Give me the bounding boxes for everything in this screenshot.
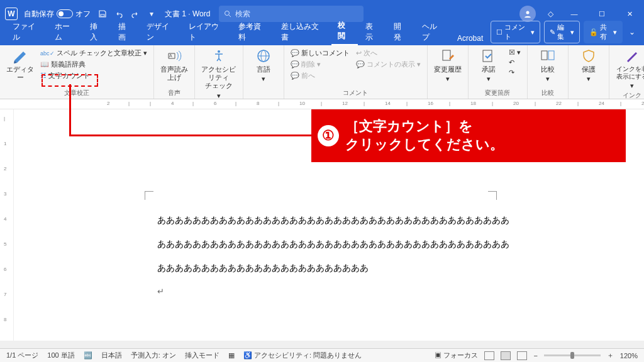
thesaurus-button[interactable]: 📖 類義語辞典 [39, 59, 148, 70]
word-count-status[interactable]: 100 単語 [47, 351, 74, 360]
tab-insert[interactable]: 挿入 [84, 18, 111, 45]
document-title: 文書 1 · Word [165, 9, 210, 19]
user-avatar[interactable] [519, 6, 536, 22]
annotation-callout: ① ［文字カウント］を クリックしてください。 [311, 109, 626, 162]
toggle-icon [57, 9, 73, 18]
tab-design[interactable]: デザイン [140, 18, 181, 45]
next-icon: ↩ [356, 49, 362, 57]
svg-line-2 [229, 15, 231, 17]
tab-acrobat[interactable]: Acrobat [451, 31, 489, 45]
tab-draw[interactable]: 描画 [112, 18, 139, 45]
share-button[interactable]: 🔓 共有 ▾ [584, 21, 623, 43]
text-line[interactable]: ああああああああああああああああああああああああああああああああああああああああ [157, 215, 509, 226]
horizontal-ruler: 2||4|6|8|10|12|14|16|18|20|22|24|26|28|3… [0, 99, 644, 109]
page-indicator[interactable]: 1/1 ページ [6, 351, 38, 360]
globe-icon [255, 48, 272, 64]
protect-button[interactable]: 保護▾ [574, 48, 604, 83]
language-status[interactable]: 日本語 [101, 351, 122, 360]
tab-review[interactable]: 校閲 [331, 17, 358, 45]
macro-icon[interactable]: ▦ [228, 351, 235, 359]
group-compare: 比較▾ 比較 [528, 45, 569, 99]
tab-mailings[interactable]: 差し込み文書 [275, 18, 330, 45]
svg-rect-9 [443, 50, 450, 60]
annotation-connector [69, 84, 71, 136]
minimize-button[interactable]: ― [565, 10, 584, 18]
search-placeholder: 検索 [235, 9, 250, 19]
zoom-slider[interactable] [544, 354, 601, 356]
annotation-connector [69, 134, 312, 136]
book-icon: 📖 [40, 60, 49, 69]
next-comment-button: ↩ 次へ [355, 48, 422, 58]
comments-button[interactable]: ☐ コメント ▾ [491, 21, 540, 43]
new-comment-button[interactable]: 💬 新しいコメント [289, 48, 351, 58]
zoom-out-button[interactable]: − [533, 352, 537, 359]
reject-icon: ☒ [509, 48, 515, 57]
prev-change-button[interactable]: ↶ [508, 58, 522, 67]
language-button[interactable]: 言語▾ [248, 48, 279, 83]
readaloud-button[interactable]: A 音声読み上げ [159, 48, 189, 82]
show-comments-icon: 💬 [356, 60, 365, 69]
web-layout-icon[interactable] [517, 351, 527, 360]
delete-comment-icon: 💬 [291, 60, 299, 69]
tab-home[interactable]: ホーム [48, 18, 82, 45]
autosave-state: オフ [75, 9, 91, 19]
insert-mode-status[interactable]: 挿入モード [185, 351, 219, 360]
svg-rect-11 [541, 51, 547, 60]
focus-mode-button[interactable]: ▣ フォーカス [435, 351, 478, 360]
next-change-icon: ↷ [509, 69, 514, 77]
svg-point-3 [526, 11, 530, 14]
lightbulb-icon[interactable]: ◇ [545, 8, 556, 19]
print-layout-icon[interactable] [501, 351, 511, 360]
next-change-button[interactable]: ↷ [508, 68, 522, 77]
zoom-in-button[interactable]: ＋ [607, 351, 614, 360]
maximize-button[interactable]: ☐ [592, 10, 611, 18]
accessibility-check-button[interactable]: アクセシビリティ チェック▾ [200, 48, 238, 100]
tab-view[interactable]: 表示 [359, 18, 386, 45]
ribbon-tabs: ファイル ホーム 挿入 描画 デザイン レイアウト 参考資料 差し込み文書 校閲… [0, 28, 644, 45]
compare-icon [540, 48, 556, 64]
compare-button[interactable]: 比較▾ [533, 48, 563, 83]
tab-references[interactable]: 参考資料 [232, 18, 273, 45]
reject-button[interactable]: ☒▾ [508, 48, 522, 57]
track-changes-button[interactable]: 変更履歴▾ [433, 48, 463, 83]
accessibility-status[interactable]: ♿ アクセシビリティ: 問題ありません [243, 351, 362, 360]
tab-help[interactable]: ヘルプ [416, 18, 450, 45]
svg-rect-12 [548, 51, 554, 60]
zoom-level[interactable]: 120% [620, 352, 638, 359]
svg-point-5 [218, 50, 220, 53]
qat-icon[interactable]: ▾ [146, 8, 157, 19]
group-speech: A 音声読み上げ 音声 [154, 45, 195, 99]
editor-button[interactable]: エディター [5, 48, 35, 82]
close-button[interactable]: ✕ [620, 10, 639, 18]
tab-developer[interactable]: 開発 [387, 18, 414, 45]
hide-ink-button[interactable]: インクを非表示にする▾ [614, 48, 644, 90]
text-predictions-icon[interactable]: 🔤 [84, 351, 92, 359]
tab-layout[interactable]: レイアウト [182, 18, 231, 45]
wordcount-button[interactable]: ☷ 文字カウント [39, 70, 148, 81]
svg-rect-0 [101, 14, 104, 16]
save-icon[interactable] [97, 8, 108, 19]
status-bar: 1/1 ページ 100 単語 🔤 日本語 予測入力: オン 挿入モード ▦ ♿ … [0, 348, 644, 362]
read-mode-icon[interactable] [484, 351, 494, 360]
new-comment-icon: 💬 [291, 49, 299, 57]
prev-icon: 💬 [291, 72, 299, 80]
text-line[interactable]: ああああああああああああああああああああああああああああああああああああああああ [157, 239, 509, 250]
prev-change-icon: ↶ [509, 58, 514, 67]
text-line[interactable]: ああああああああああああああああああああああああ [157, 263, 369, 274]
editor-icon [12, 48, 28, 64]
edit-mode-button[interactable]: ✎ 編集 ▾ [544, 21, 580, 43]
readaloud-icon: A [166, 48, 182, 64]
group-proofing: エディター abc✓ スペル チェックと文章校正 ▾ 📖 類義語辞典 ☷ 文字カ… [0, 45, 154, 99]
search-icon [224, 10, 231, 18]
margin-corner-icon [488, 191, 497, 200]
svg-point-1 [225, 11, 230, 16]
collapse-ribbon-icon[interactable]: ⌄ [626, 28, 638, 36]
spellcheck-button[interactable]: abc✓ スペル チェックと文章校正 ▾ [39, 48, 148, 58]
accessibility-icon [211, 48, 227, 64]
tab-file[interactable]: ファイル [6, 18, 47, 45]
autosave-toggle[interactable]: 自動保存 オフ [24, 9, 91, 19]
undo-icon[interactable] [113, 8, 125, 19]
accept-button[interactable]: 承諾▾ [474, 48, 504, 83]
predict-status[interactable]: 予測入力: オン [131, 351, 176, 360]
redo-icon[interactable] [130, 8, 141, 19]
